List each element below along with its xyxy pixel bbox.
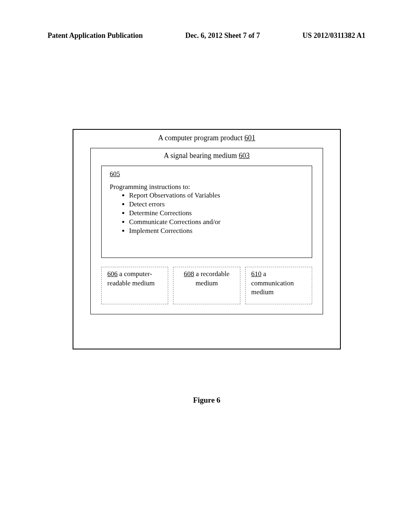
media-610-ref: 610: [251, 270, 262, 278]
media-box-610: 610 a communication medium: [245, 267, 312, 304]
instruction-item: Report Observations of Variables: [129, 191, 305, 200]
instruction-item: Determine Corrections: [129, 209, 305, 218]
middle-label: A signal bearing medium: [164, 152, 239, 160]
instruction-item: Communicate Corrections and/or: [129, 218, 305, 227]
instructions-heading: Programming instructions to:: [108, 178, 305, 191]
page-header: Patent Application Publication Dec. 6, 2…: [48, 31, 365, 40]
header-center: Dec. 6, 2012 Sheet 7 of 7: [186, 31, 260, 40]
figure-caption: Figure 6: [73, 396, 341, 405]
media-box-608: 608 a recordable medium: [173, 267, 240, 304]
instructions-list: Report Observations of Variables Detect …: [108, 191, 305, 235]
outer-label: A computer program product: [158, 134, 244, 142]
media-608-suffix: a recordable: [194, 270, 229, 278]
middle-ref: 603: [239, 152, 250, 160]
inner-box-605: 605 Programming instructions to: Report …: [101, 166, 312, 258]
media-606-suffix: a computer-: [118, 270, 152, 278]
outer-ref: 601: [244, 134, 255, 142]
media-608-line2: medium: [177, 279, 236, 288]
header-right: US 2012/0311382 A1: [302, 31, 365, 40]
instruction-item: Implement Corrections: [129, 227, 305, 235]
instruction-item: Detect errors: [129, 200, 305, 209]
figure-area: A computer program product 601 A signal …: [73, 129, 341, 405]
middle-box-title: A signal bearing medium 603: [101, 148, 312, 166]
media-606-ref: 606: [107, 270, 118, 278]
middle-box-603: A signal bearing medium 603 605 Programm…: [90, 148, 323, 314]
media-608-ref: 608: [184, 270, 194, 278]
media-606-line2: readable medium: [105, 279, 165, 288]
media-row: 606 a computer- readable medium 608 a re…: [101, 267, 312, 304]
media-box-606: 606 a computer- readable medium: [101, 267, 168, 304]
outer-box-title: A computer program product 601: [90, 130, 323, 148]
inner-ref: 605: [108, 170, 305, 178]
media-610-line2: medium: [249, 288, 309, 297]
header-left: Patent Application Publication: [48, 31, 143, 40]
outer-box-601: A computer program product 601 A signal …: [73, 129, 341, 349]
